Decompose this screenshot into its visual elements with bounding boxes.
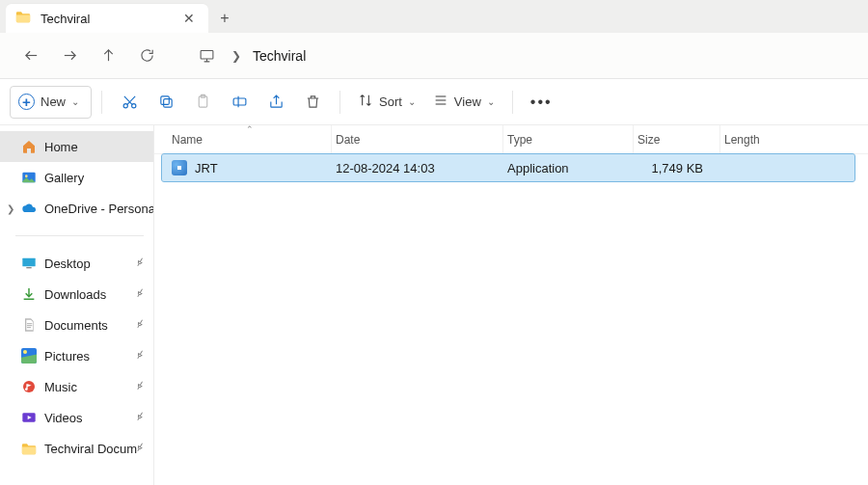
sidebar-music-label: Music <box>44 380 77 394</box>
sidebar-desktop-label: Desktop <box>44 256 91 271</box>
navigation-bar: ❯ Techviral <box>0 33 868 79</box>
tab-title: Techviral <box>41 12 179 26</box>
column-length-label: Length <box>724 133 760 147</box>
plus-icon: + <box>18 94 35 110</box>
sort-asc-icon: ⌃ <box>246 124 254 134</box>
svg-point-1 <box>123 104 127 108</box>
gallery-icon <box>21 170 37 185</box>
breadcrumb-current[interactable]: Techviral <box>249 48 310 64</box>
sidebar-videos-label: Videos <box>44 411 83 425</box>
file-type-cell: Application <box>503 161 634 175</box>
toolbar-separator <box>339 91 340 114</box>
pin-icon <box>134 256 146 271</box>
sidebar-divider <box>15 235 144 236</box>
svg-point-12 <box>23 381 35 392</box>
music-icon <box>21 379 37 394</box>
column-name[interactable]: ⌃ Name <box>168 125 332 153</box>
sidebar-onedrive-label: OneDrive - Persona <box>44 202 154 216</box>
column-date-label: Date <box>336 133 360 147</box>
svg-rect-3 <box>163 99 172 108</box>
more-button[interactable]: ••• <box>523 86 560 119</box>
sidebar-item-videos[interactable]: Videos <box>0 402 153 433</box>
new-label: New <box>41 94 66 109</box>
sidebar-techviral-label: Techviral Docum <box>44 442 137 456</box>
svg-rect-0 <box>201 51 213 60</box>
column-type[interactable]: Type <box>503 125 634 153</box>
cut-button[interactable] <box>112 86 147 119</box>
file-name-cell: JRT <box>168 160 332 175</box>
tab-techviral[interactable]: Techviral ✕ <box>6 4 208 33</box>
sidebar-item-onedrive[interactable]: ❯ OneDrive - Persona <box>0 193 153 224</box>
pin-icon <box>134 442 146 456</box>
pin-icon <box>134 411 146 425</box>
column-type-label: Type <box>507 133 532 147</box>
pin-icon <box>134 349 146 364</box>
forward-button[interactable] <box>52 39 87 73</box>
pin-icon <box>134 318 146 333</box>
desktop-icon <box>21 256 37 271</box>
sidebar-item-desktop[interactable]: Desktop <box>0 248 153 279</box>
sort-icon <box>358 93 373 111</box>
chevron-down-icon: ⌄ <box>408 96 416 107</box>
toolbar-separator <box>101 91 102 114</box>
sort-button[interactable]: Sort ⌄ <box>350 86 423 119</box>
onedrive-icon <box>21 201 37 216</box>
new-tab-button[interactable]: + <box>208 4 241 33</box>
sidebar-item-music[interactable]: Music <box>0 371 153 402</box>
sidebar-item-gallery[interactable]: Gallery <box>0 162 153 193</box>
paste-button[interactable] <box>185 86 220 119</box>
downloads-icon <box>21 286 37 302</box>
file-size-cell: 1,749 KB <box>634 161 720 175</box>
close-tab-button[interactable]: ✕ <box>179 8 199 29</box>
folder-icon <box>21 441 37 456</box>
view-icon <box>433 93 448 111</box>
file-date-cell: 12-08-2024 14:03 <box>332 161 503 175</box>
this-pc-icon[interactable] <box>189 39 224 73</box>
sidebar-pictures-label: Pictures <box>44 349 90 364</box>
tab-strip: Techviral ✕ + <box>0 0 868 33</box>
sidebar-item-documents[interactable]: Documents <box>0 310 153 340</box>
share-button[interactable] <box>258 86 293 119</box>
svg-point-2 <box>131 104 135 108</box>
refresh-button[interactable] <box>129 39 164 73</box>
pictures-icon <box>21 348 37 364</box>
sidebar-item-downloads[interactable]: Downloads <box>0 279 153 310</box>
breadcrumb-sep-icon: ❯ <box>228 49 245 63</box>
delete-button[interactable] <box>295 86 330 119</box>
file-list: ⌃ Name Date Type Size Length JRT 12-08-2… <box>154 125 868 485</box>
sort-label: Sort <box>379 94 402 109</box>
sidebar-downloads-label: Downloads <box>44 287 106 302</box>
column-length[interactable]: Length <box>720 125 846 153</box>
sidebar-home-label: Home <box>44 140 78 154</box>
sidebar-item-pictures[interactable]: Pictures <box>0 340 153 371</box>
sidebar-item-techviral-docs[interactable]: Techviral Docum <box>0 433 153 464</box>
pin-icon <box>134 380 146 394</box>
file-name: JRT <box>195 161 218 175</box>
svg-rect-10 <box>22 258 35 267</box>
column-name-label: Name <box>172 133 203 147</box>
documents-icon <box>21 317 37 333</box>
svg-rect-7 <box>233 98 246 105</box>
up-button[interactable] <box>91 39 125 73</box>
new-button[interactable]: + New ⌄ <box>10 86 92 119</box>
file-row[interactable]: JRT 12-08-2024 14:03 Application 1,749 K… <box>162 154 854 181</box>
command-toolbar: + New ⌄ Sort ⌄ View ⌄ ••• <box>0 79 868 125</box>
home-icon <box>21 139 37 154</box>
column-size[interactable]: Size <box>634 125 720 153</box>
column-date[interactable]: Date <box>332 125 503 153</box>
body: Home Gallery ❯ OneDrive - Persona Deskto… <box>0 125 868 485</box>
application-icon <box>172 160 187 175</box>
back-button[interactable] <box>14 39 48 73</box>
svg-rect-4 <box>160 96 169 105</box>
sidebar-documents-label: Documents <box>44 318 108 333</box>
column-headers: ⌃ Name Date Type Size Length <box>154 125 868 154</box>
copy-button[interactable] <box>149 86 183 119</box>
pin-icon <box>134 287 146 302</box>
sidebar-item-home[interactable]: Home <box>0 131 153 162</box>
rename-button[interactable] <box>222 86 257 119</box>
toolbar-separator <box>512 91 513 114</box>
view-button[interactable]: View ⌄ <box>425 86 502 119</box>
videos-icon <box>21 410 37 425</box>
chevron-right-icon[interactable]: ❯ <box>4 203 17 214</box>
folder-icon <box>15 11 31 26</box>
